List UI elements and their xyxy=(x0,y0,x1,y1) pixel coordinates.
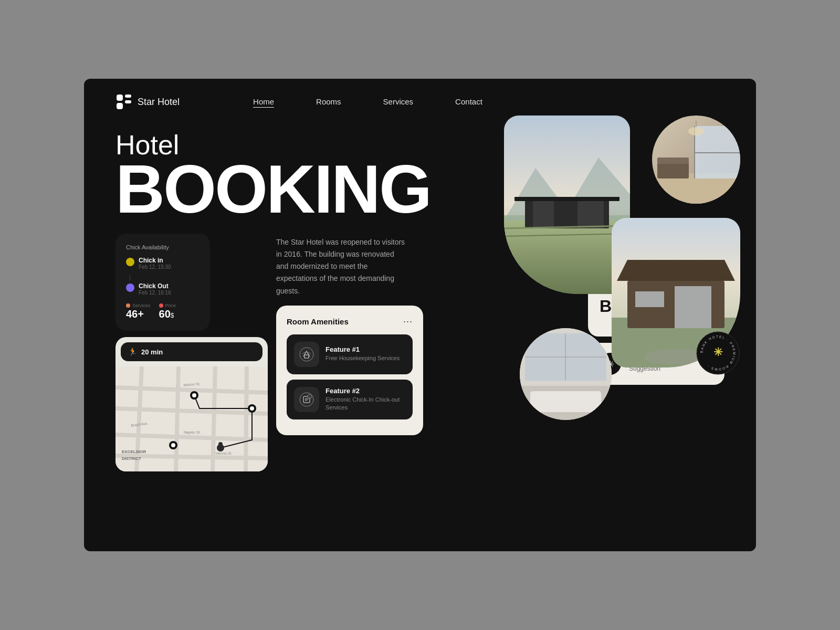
svg-text:✳: ✳ xyxy=(713,346,723,359)
svg-line-45 xyxy=(176,366,178,471)
feature-1-icon xyxy=(294,342,319,367)
photo-main xyxy=(504,116,630,294)
nav-item-home[interactable]: Home xyxy=(253,97,274,107)
checkout-label: Chick Out xyxy=(139,282,171,290)
checkout-dot xyxy=(126,284,134,292)
services-value: 46+ xyxy=(126,308,151,320)
checkin-dot-in xyxy=(126,258,134,266)
svg-point-61 xyxy=(218,442,223,446)
amenities-menu[interactable]: ··· xyxy=(403,316,413,327)
stat-price: Price 60$ xyxy=(159,303,176,320)
checkin-card-title: Chick Availability xyxy=(126,244,200,250)
services-dot xyxy=(126,303,130,308)
map-view: Marion St. Naples St. Vienna St. Brazil … xyxy=(116,366,268,471)
photo-circle-bathroom xyxy=(520,328,612,420)
svg-rect-64 xyxy=(304,355,309,358)
price-dot xyxy=(159,303,163,308)
nav-item-contact[interactable]: Contact xyxy=(455,97,482,107)
checkin-card: Chick Availability Chick in Feb 12, 15:3… xyxy=(116,234,210,331)
svg-marker-25 xyxy=(617,260,735,281)
runner-icon: 🏃 xyxy=(128,348,137,356)
svg-rect-19 xyxy=(657,158,689,164)
svg-point-55 xyxy=(192,393,196,397)
svg-line-46 xyxy=(213,366,215,471)
hotel-description: The Star Hotel was reopened to visitors … xyxy=(276,234,407,297)
svg-text:DISTRICT: DISTRICT xyxy=(122,456,141,461)
photo-collage: BANK HOTEL · PREMIUM ROOMS · ✳ xyxy=(504,116,740,420)
svg-rect-35 xyxy=(530,391,601,412)
svg-rect-1 xyxy=(125,94,131,98)
feature-item-2: ✓ Feature #2 Electronic Chick-In Chick-o… xyxy=(287,380,413,419)
stat-services: Services 46+ xyxy=(126,303,151,320)
svg-text:✓: ✓ xyxy=(309,395,311,398)
svg-text:EXCELSIOR: EXCELSIOR xyxy=(122,449,146,454)
logo-area: Star Hotel xyxy=(116,93,180,110)
amenities-card: Room Amenities ··· xyxy=(276,306,423,435)
description-text: The Star Hotel was reopened to visitors … xyxy=(276,236,407,297)
photo-circle-interior xyxy=(652,116,740,204)
feature-2-icon: ✓ xyxy=(294,387,319,412)
svg-text:Naples St.: Naples St. xyxy=(184,430,201,435)
svg-point-57 xyxy=(250,406,254,411)
svg-point-20 xyxy=(688,127,704,135)
feature-1-name: Feature #1 xyxy=(326,345,400,353)
brand-name: Star Hotel xyxy=(138,97,180,108)
map-header: 🏃 20 min xyxy=(121,342,262,361)
price-value: 60$ xyxy=(159,308,176,320)
checkout-date: Feb 12, 16:16 xyxy=(139,290,171,296)
svg-rect-26 xyxy=(675,286,711,328)
svg-rect-17 xyxy=(694,152,740,153)
feature-1-desc: Free Housekeeping Services xyxy=(326,354,400,362)
checkin-in-date: Feb 12, 15:30 xyxy=(139,264,171,270)
nav-item-services[interactable]: Services xyxy=(383,97,414,107)
feature-item-1: Feature #1 Free Housekeeping Services xyxy=(287,334,413,374)
svg-line-47 xyxy=(246,366,247,471)
svg-point-63 xyxy=(300,348,313,361)
checkin-item-out: Chick Out Feb 12, 16:16 xyxy=(126,282,200,296)
svg-rect-8 xyxy=(514,197,620,201)
map-time: 20 min xyxy=(141,348,163,356)
feature-2-desc: Electronic Chick-In Chick-out Services xyxy=(326,396,405,412)
svg-rect-27 xyxy=(635,291,664,307)
svg-rect-3 xyxy=(117,103,123,109)
feature-2-name: Feature #2 xyxy=(326,387,405,395)
svg-rect-0 xyxy=(117,94,123,101)
svg-rect-2 xyxy=(125,100,131,103)
map-card: 🏃 20 min xyxy=(116,337,268,471)
logo-icon xyxy=(116,93,132,110)
checkin-item-in: Chick in Feb 12, 15:30 xyxy=(126,257,200,270)
checkin-connector xyxy=(130,275,200,280)
svg-rect-10 xyxy=(578,201,604,228)
nav-item-rooms[interactable]: Rooms xyxy=(316,97,341,107)
svg-rect-9 xyxy=(533,201,554,228)
svg-point-59 xyxy=(171,443,175,447)
stamp-badge: BANK HOTEL · PREMIUM ROOMS · ✳ xyxy=(604,350,650,396)
svg-rect-18 xyxy=(657,163,689,178)
svg-text:Vienna St.: Vienna St. xyxy=(215,452,232,455)
amenities-title: Room Amenities xyxy=(287,317,349,326)
checkin-in-label: Chick in xyxy=(139,257,171,264)
